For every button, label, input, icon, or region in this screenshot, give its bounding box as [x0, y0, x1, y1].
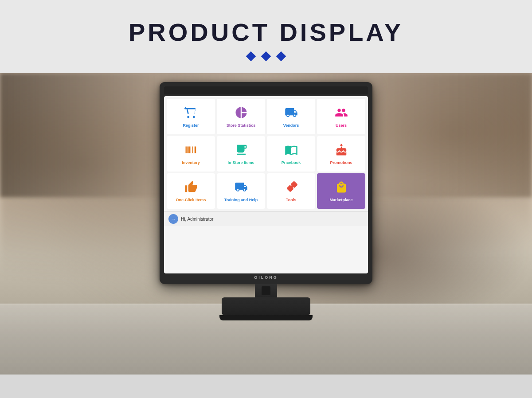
monitor-neck-inner — [262, 286, 270, 295]
tile-label-register: Register — [183, 123, 199, 128]
tile-icon-promotions — [335, 143, 348, 159]
scene: Register Store Statistics Vendors Users … — [0, 73, 532, 375]
status-bar: → Hi, Administrator — [164, 211, 368, 226]
tile-training-and-help[interactable]: Training and Help — [217, 173, 265, 209]
tile-label-marketplace: Marketplace — [329, 198, 352, 203]
tile-label-promotions: Promotions — [330, 160, 352, 165]
diamond-2 — [261, 51, 271, 62]
tile-icon-pricebook — [285, 143, 298, 159]
tile-promotions[interactable]: Promotions — [317, 136, 365, 172]
tile-icon-tools — [285, 180, 298, 196]
tile-label-pricebook: Pricebook — [282, 160, 301, 165]
tile-icon-vendors — [285, 106, 298, 121]
top-section: PRODUCT DISPLAY — [0, 0, 532, 73]
tile-inventory[interactable]: Inventory — [167, 136, 215, 172]
tile-icon-register — [184, 106, 198, 121]
tile-icon-inventory — [184, 143, 198, 159]
monitor-base-feet — [219, 315, 313, 320]
tile-icon-in-store-items — [235, 143, 248, 159]
tile-label-vendors: Vendors — [283, 123, 299, 128]
monitor-brand: GILONG — [164, 273, 368, 281]
tile-label-in-store-items: In-Store Items — [227, 160, 254, 165]
user-icon: → — [168, 214, 178, 224]
tile-icon-users — [335, 106, 348, 121]
monitor-base — [222, 297, 310, 315]
tile-pricebook[interactable]: Pricebook — [267, 136, 315, 172]
tile-label-inventory: Inventory — [182, 160, 200, 165]
tile-in-store-items[interactable]: In-Store Items — [217, 136, 265, 172]
tile-one-click-items[interactable]: One-Click Items — [167, 173, 215, 209]
page-title: PRODUCT DISPLAY — [0, 18, 532, 47]
tile-register[interactable]: Register — [167, 99, 215, 134]
app-grid: Register Store Statistics Vendors Users … — [164, 96, 368, 211]
tile-label-store-statistics: Store Statistics — [227, 123, 256, 128]
tile-icon-one-click-items — [184, 180, 198, 196]
tile-tools[interactable]: Tools — [267, 173, 315, 209]
pos-monitor: Register Store Statistics Vendors Users … — [160, 82, 372, 320]
tile-label-one-click-items: One-Click Items — [176, 198, 206, 203]
monitor-neck — [255, 284, 277, 297]
greeting-text: Hi, Administrator — [181, 217, 213, 222]
decorative-diamonds — [0, 53, 532, 60]
tile-label-users: Users — [336, 123, 347, 128]
tile-users[interactable]: Users — [317, 99, 365, 134]
tile-vendors[interactable]: Vendors — [267, 99, 315, 134]
tile-store-statistics[interactable]: Store Statistics — [217, 99, 265, 134]
tile-icon-training-and-help — [235, 180, 248, 196]
tile-icon-store-statistics — [235, 106, 248, 121]
diamond-3 — [276, 51, 286, 62]
tile-icon-marketplace — [335, 180, 348, 196]
monitor-bezel: Register Store Statistics Vendors Users … — [160, 82, 372, 284]
screen: Register Store Statistics Vendors Users … — [164, 96, 368, 273]
tile-label-tools: Tools — [286, 198, 296, 203]
tile-marketplace[interactable]: Marketplace — [317, 173, 365, 209]
diamond-1 — [246, 51, 256, 62]
monitor-top-bar — [164, 86, 368, 94]
tile-label-training-and-help: Training and Help — [224, 198, 258, 203]
